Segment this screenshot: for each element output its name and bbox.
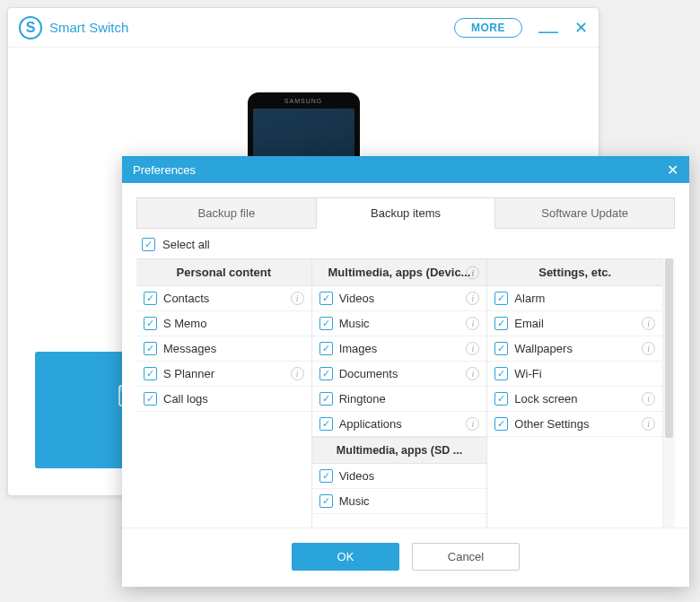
- backup-items-grid: Personal content ✓Contactsi✓S Memo✓Messa…: [136, 258, 662, 528]
- multimedia-item-label: Applications: [339, 417, 402, 431]
- multimedia-item-row: ✓Imagesi: [312, 336, 487, 362]
- personal-item-checkbox[interactable]: ✓: [144, 392, 157, 406]
- tab-bar: Backup file Backup items Software Update: [122, 183, 689, 229]
- multimedia-item-checkbox[interactable]: ✓: [319, 367, 333, 380]
- multimedia-item-checkbox[interactable]: ✓: [319, 292, 333, 305]
- dialog-buttons: OK Cancel: [122, 528, 689, 587]
- more-button[interactable]: MORE: [454, 18, 522, 38]
- multimedia-sd-item-checkbox[interactable]: ✓: [319, 494, 333, 508]
- multimedia-item-row: ✓Musici: [312, 311, 487, 336]
- close-icon[interactable]: ✕: [574, 18, 588, 38]
- dialog-close-icon[interactable]: ✕: [667, 161, 678, 179]
- settings-item-row: ✓Alarm: [487, 286, 662, 311]
- preferences-header: Preferences ✕: [122, 156, 689, 183]
- multimedia-sd-item-label: Videos: [339, 469, 375, 483]
- select-all-label: Select all: [162, 238, 210, 251]
- info-icon[interactable]: i: [642, 417, 655, 431]
- settings-item-checkbox[interactable]: ✓: [494, 317, 508, 330]
- column-settings: Settings, etc. ✓Alarm✓Emaili✓Wallpapersi…: [487, 259, 662, 528]
- settings-item-label: Wallpapers: [514, 342, 573, 355]
- multimedia-item-row: ✓Ringtone: [312, 387, 487, 412]
- preferences-title: Preferences: [133, 163, 196, 177]
- multimedia-item-label: Documents: [339, 367, 398, 380]
- personal-item-checkbox[interactable]: ✓: [144, 367, 157, 380]
- multimedia-sd-item-row: ✓Music: [312, 489, 487, 514]
- settings-item-checkbox[interactable]: ✓: [494, 292, 508, 305]
- settings-item-row: ✓Emaili: [487, 311, 662, 336]
- info-icon[interactable]: i: [291, 292, 304, 305]
- info-icon[interactable]: i: [642, 342, 655, 355]
- info-icon[interactable]: i: [466, 417, 479, 431]
- info-icon[interactable]: i: [466, 367, 479, 380]
- settings-item-label: Alarm: [514, 292, 545, 305]
- multimedia-item-checkbox[interactable]: ✓: [319, 417, 333, 431]
- multimedia-item-label: Music: [339, 317, 370, 330]
- settings-item-row: ✓Wallpapersi: [487, 336, 662, 362]
- personal-item-checkbox[interactable]: ✓: [144, 292, 157, 305]
- column-settings-header: Settings, etc.: [487, 259, 662, 286]
- info-icon[interactable]: i: [466, 317, 479, 330]
- info-icon[interactable]: i: [642, 392, 655, 406]
- settings-item-label: Wi-Fi: [514, 367, 541, 380]
- multimedia-item-row: ✓Documentsi: [312, 362, 487, 387]
- info-icon[interactable]: i: [466, 292, 479, 305]
- personal-item-label: Contacts: [163, 292, 209, 305]
- multimedia-item-label: Images: [339, 342, 378, 355]
- personal-item-label: Messages: [163, 342, 216, 355]
- column-multimedia-sd-header: Multimedia, apps (SD ...: [312, 437, 487, 464]
- settings-item-row: ✓Other Settingsi: [487, 412, 662, 437]
- personal-item-row: ✓Messages: [136, 336, 311, 362]
- select-all-row: ✓ Select all: [122, 229, 689, 258]
- cancel-button[interactable]: Cancel: [412, 543, 520, 571]
- settings-item-row: ✓Lock screeni: [487, 387, 662, 412]
- personal-item-row: ✓Call logs: [136, 387, 311, 412]
- settings-item-checkbox[interactable]: ✓: [494, 417, 508, 431]
- column-personal-header: Personal content: [136, 259, 311, 286]
- settings-item-label: Email: [514, 317, 544, 330]
- scrollbar-thumb[interactable]: [665, 258, 673, 438]
- personal-item-row: ✓Contactsi: [136, 286, 311, 311]
- scrollbar[interactable]: [662, 258, 675, 528]
- column-personal: Personal content ✓Contactsi✓S Memo✓Messa…: [136, 259, 312, 528]
- multimedia-sd-item-checkbox[interactable]: ✓: [319, 469, 333, 483]
- settings-item-label: Lock screen: [514, 392, 577, 406]
- info-icon[interactable]: i: [466, 266, 479, 279]
- multimedia-item-label: Videos: [339, 292, 375, 305]
- settings-item-label: Other Settings: [514, 417, 589, 431]
- preferences-dialog: Preferences ✕ Backup file Backup items S…: [122, 156, 689, 587]
- multimedia-item-checkbox[interactable]: ✓: [319, 392, 333, 406]
- multimedia-item-row: ✓Videosi: [312, 286, 487, 311]
- personal-item-row: ✓S Memo: [136, 311, 311, 336]
- personal-item-row: ✓S Planneri: [136, 362, 311, 387]
- info-icon[interactable]: i: [642, 317, 655, 330]
- personal-item-checkbox[interactable]: ✓: [144, 342, 157, 355]
- personal-item-label: Call logs: [163, 392, 208, 406]
- column-multimedia-header: Multimedia, apps (Devic... i: [312, 259, 487, 286]
- multimedia-item-checkbox[interactable]: ✓: [319, 342, 333, 355]
- multimedia-sd-item-label: Music: [339, 494, 370, 508]
- settings-item-checkbox[interactable]: ✓: [494, 367, 508, 380]
- column-multimedia: Multimedia, apps (Devic... i ✓Videosi✓Mu…: [312, 259, 488, 528]
- multimedia-item-row: ✓Applicationsi: [312, 412, 487, 437]
- minimize-icon[interactable]: —: [538, 27, 558, 36]
- settings-item-checkbox[interactable]: ✓: [494, 392, 508, 406]
- app-logo-icon: S: [19, 16, 42, 39]
- info-icon[interactable]: i: [466, 342, 479, 355]
- tab-backup-file[interactable]: Backup file: [136, 197, 316, 229]
- settings-item-checkbox[interactable]: ✓: [494, 342, 508, 355]
- multimedia-item-checkbox[interactable]: ✓: [319, 317, 333, 330]
- tab-backup-items[interactable]: Backup items: [316, 197, 496, 229]
- ok-button[interactable]: OK: [292, 543, 399, 571]
- personal-item-label: S Memo: [163, 317, 206, 330]
- multimedia-item-label: Ringtone: [339, 392, 386, 406]
- settings-item-row: ✓Wi-Fi: [487, 362, 662, 387]
- phone-brand-label: SAMSUNG: [248, 98, 360, 104]
- titlebar: S Smart Switch MORE — ✕: [8, 8, 599, 48]
- personal-item-label: S Planner: [163, 367, 214, 380]
- tab-software-update[interactable]: Software Update: [495, 197, 675, 229]
- select-all-checkbox[interactable]: ✓: [142, 238, 155, 251]
- personal-item-checkbox[interactable]: ✓: [144, 317, 157, 330]
- info-icon[interactable]: i: [291, 367, 304, 380]
- app-title: Smart Switch: [49, 20, 128, 35]
- multimedia-sd-item-row: ✓Videos: [312, 464, 487, 489]
